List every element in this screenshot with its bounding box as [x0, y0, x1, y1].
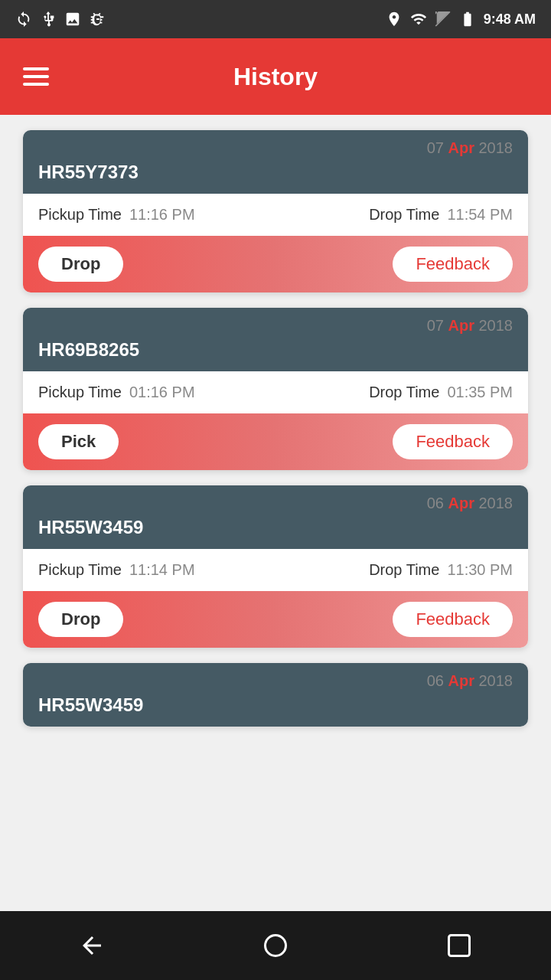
- sync-icon: [15, 11, 32, 28]
- bottom-nav: [0, 911, 551, 980]
- pickup-time-1: 11:16 PM: [129, 206, 195, 224]
- card-id-4: HR55W3459: [38, 694, 143, 715]
- feedback-button-2[interactable]: Feedback: [393, 424, 513, 459]
- card-times-2: Pickup Time 01:16 PM Drop Time 01:35 PM: [23, 371, 528, 413]
- drop-time-3: 11:30 PM: [447, 561, 513, 579]
- pickup-time-2: 01:16 PM: [129, 384, 195, 401]
- recent-icon: [445, 932, 473, 959]
- history-card-3: 06 Apr 2018 HR55W3459 Pickup Time 11:14 …: [23, 485, 528, 648]
- pickup-label-1: Pickup Time: [38, 206, 122, 224]
- svg-point-0: [266, 936, 286, 956]
- svg-rect-1: [449, 936, 470, 956]
- back-button[interactable]: [78, 932, 106, 959]
- pickup-block-2: Pickup Time 01:16 PM: [38, 384, 195, 401]
- action-button-1[interactable]: Drop: [38, 247, 123, 282]
- drop-label-2: Drop Time: [369, 384, 439, 401]
- card-footer-3: Drop Feedback: [23, 591, 528, 648]
- drop-time-1: 11:54 PM: [447, 206, 513, 224]
- card-date-1: 07 Apr 2018: [427, 139, 513, 157]
- app-title: History: [233, 63, 318, 91]
- menu-button[interactable]: [23, 67, 49, 86]
- battery-icon: [459, 11, 476, 28]
- home-button[interactable]: [262, 932, 289, 959]
- location-icon: [386, 11, 403, 28]
- image-icon: [64, 11, 81, 28]
- card-footer-1: Drop Feedback: [23, 236, 528, 292]
- status-icons-left: [15, 11, 106, 28]
- wifi-icon: [410, 11, 427, 28]
- card-date-3: 06 Apr 2018: [427, 495, 513, 512]
- drop-time-2: 01:35 PM: [447, 384, 513, 401]
- action-button-3[interactable]: Drop: [38, 602, 123, 637]
- card-id-3: HR55W3459: [38, 517, 143, 537]
- signal-icon: [435, 11, 452, 28]
- feedback-button-1[interactable]: Feedback: [393, 247, 513, 282]
- feedback-button-3[interactable]: Feedback: [393, 602, 513, 637]
- card-date-2: 07 Apr 2018: [427, 317, 513, 335]
- pickup-block-1: Pickup Time 11:16 PM: [38, 206, 195, 224]
- recent-button[interactable]: [445, 932, 473, 959]
- home-icon: [262, 932, 289, 959]
- card-times-1: Pickup Time 11:16 PM Drop Time 11:54 PM: [23, 194, 528, 236]
- history-card: 07 Apr 2018 HR55Y7373 Pickup Time 11:16 …: [23, 130, 528, 292]
- history-card-2: 07 Apr 2018 HR69B8265 Pickup Time 01:16 …: [23, 308, 528, 470]
- drop-label-1: Drop Time: [369, 206, 439, 224]
- pickup-time-3: 11:14 PM: [129, 561, 195, 579]
- content-area: 07 Apr 2018 HR55Y7373 Pickup Time 11:16 …: [0, 115, 551, 911]
- usb-icon: [40, 11, 57, 28]
- pickup-label-3: Pickup Time: [38, 561, 122, 579]
- status-time: 9:48 AM: [484, 11, 536, 28]
- card-id-2: HR69B8265: [38, 339, 139, 360]
- action-button-2[interactable]: Pick: [38, 424, 119, 459]
- history-card-4: 06 Apr 2018 HR55W3459: [23, 663, 528, 727]
- card-times-3: Pickup Time 11:14 PM Drop Time 11:30 PM: [23, 549, 528, 591]
- card-footer-2: Pick Feedback: [23, 413, 528, 470]
- drop-label-3: Drop Time: [369, 561, 439, 579]
- card-date-4: 06 Apr 2018: [427, 672, 513, 690]
- card-id-1: HR55Y7373: [38, 162, 139, 182]
- bug-icon: [89, 11, 106, 28]
- drop-block-1: Drop Time 11:54 PM: [369, 206, 513, 224]
- back-icon: [78, 932, 106, 959]
- app-bar: History: [0, 38, 551, 115]
- status-bar: 9:48 AM: [0, 0, 551, 38]
- pickup-label-2: Pickup Time: [38, 384, 122, 401]
- drop-block-2: Drop Time 01:35 PM: [369, 384, 513, 401]
- drop-block-3: Drop Time 11:30 PM: [369, 561, 513, 579]
- pickup-block-3: Pickup Time 11:14 PM: [38, 561, 195, 579]
- status-icons-right: 9:48 AM: [386, 11, 536, 28]
